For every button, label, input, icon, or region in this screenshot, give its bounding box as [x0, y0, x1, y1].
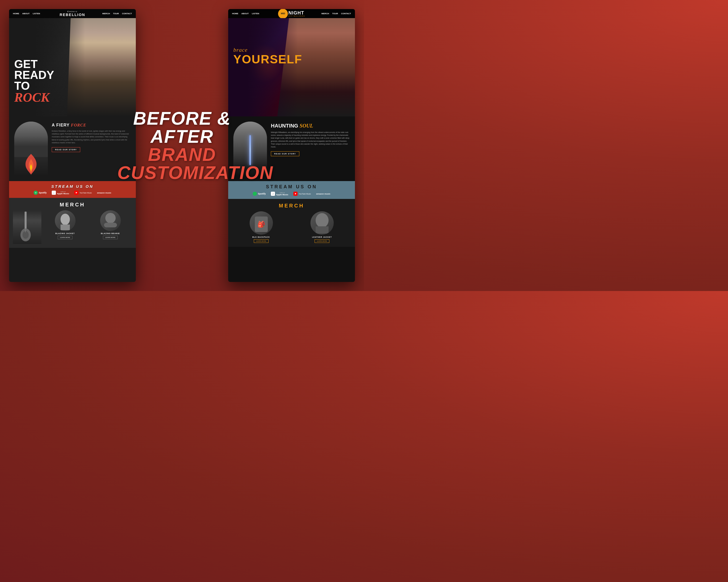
right-nav-listen[interactable]: LISTEN	[252, 12, 259, 15]
apple-music-icon: ♪	[52, 191, 56, 195]
right-apple-music-logo: ♪ Listen on Apple Music	[271, 192, 288, 196]
right-youtube-icon	[293, 192, 297, 196]
right-nav: HOME ABOUT LISTEN MID NIGHT RIFTWALKERS …	[228, 9, 355, 18]
right-merch-item-1: LEATHER JACKET LEARN MORE	[293, 211, 351, 243]
right-nav-home[interactable]: HOME	[232, 12, 238, 15]
right-mockup: HOME ABOUT LISTEN MID NIGHT RIFTWALKERS …	[228, 9, 355, 282]
left-merch-btn-1[interactable]: LEARN MORE	[103, 236, 118, 239]
left-nav-about[interactable]: ABOUT	[22, 12, 29, 15]
right-stream-title: STREAM US ON	[233, 184, 350, 190]
right-merch-grid: 🎒 BLK BACKPACK LEARN MORE LEATHER JACKET…	[232, 211, 351, 243]
right-hero-bg: brace YOURSELF	[228, 18, 355, 116]
right-amazon-logo: amazon music	[316, 193, 330, 195]
left-stream-section: STREAM US ON Spotify ♪ Listen on Apple M…	[9, 181, 136, 198]
left-merch-grid: BLAZING JACKET LEARN MORE BLAZING BEANIE…	[13, 210, 132, 244]
svg-marker-13	[295, 193, 296, 194]
right-logo-sub: RIFTWALKERS	[288, 15, 305, 17]
right-nav-tour[interactable]: TOUR	[332, 12, 338, 15]
left-about-image	[14, 122, 48, 176]
left-hero-bg: GET READY TO Rock	[9, 18, 136, 116]
left-logo-sub: Embers	[60, 10, 85, 13]
left-nav-contact[interactable]: CONTACT	[122, 12, 132, 15]
center-overlay: BEFORE & AFTER BRAND CUSTOMIZATION	[118, 109, 247, 182]
left-about-title: A FIERY FORCE	[52, 123, 131, 128]
right-merch-name-0: BLK BACKPACK	[232, 236, 290, 238]
left-about-text: A FIERY FORCE Embers Rebellion, a fiery …	[52, 122, 131, 176]
left-hero-rock: Rock	[14, 91, 54, 104]
left-merch-name-0: BLAZING JACKET	[44, 233, 87, 234]
left-merch-item-1: BLAZING BEANIE LEARN MORE	[89, 210, 132, 239]
left-merch-section: MERCH BLAZING JACK	[9, 198, 136, 248]
left-merch-circle-0	[55, 210, 76, 231]
right-nav-contact[interactable]: CONTACT	[341, 12, 351, 15]
right-spotify-label: Spotify	[258, 192, 266, 195]
spotify-label: Spotify	[39, 191, 47, 194]
left-nav-home[interactable]: HOME	[13, 12, 19, 15]
left-read-story-button[interactable]: READ OUR STORY	[52, 147, 80, 152]
left-mockup: HOME ABOUT LISTEN Embers REBELLION MERCH…	[9, 9, 136, 282]
flame-icon	[22, 153, 40, 176]
right-merch-circle-1	[310, 211, 334, 235]
left-merch-guitar-img	[13, 210, 42, 244]
left-merch-title: MERCH	[13, 202, 132, 208]
right-merch-title: MERCH	[232, 203, 351, 209]
left-stream-title: STREAM US ON	[14, 184, 131, 189]
svg-rect-10	[60, 224, 70, 230]
right-logo-circle: MID	[278, 9, 288, 19]
right-hero-yourself: YOURSELF	[233, 53, 302, 65]
svg-point-11	[105, 213, 115, 223]
right-nav-about[interactable]: ABOUT	[241, 12, 249, 15]
svg-rect-12	[104, 223, 117, 228]
spotify-logo: Spotify	[34, 191, 47, 195]
left-merch-btn-0[interactable]: LEARN MORE	[58, 236, 73, 239]
svg-text:🎒: 🎒	[257, 220, 265, 228]
youtube-icon	[74, 191, 78, 195]
svg-rect-17	[316, 226, 329, 234]
svg-point-9	[60, 214, 70, 225]
left-nav-merch[interactable]: MERCH	[102, 12, 110, 15]
right-about-title: HAUNTING SOUL	[271, 123, 350, 129]
left-merch-circle-1	[100, 210, 121, 231]
right-stream-icons: Spotify ♪ Listen on Apple Music YouTube …	[233, 192, 350, 196]
left-merch-guitar	[13, 210, 42, 244]
right-logo-mid: MID	[281, 12, 285, 15]
left-nav-listen[interactable]: LISTEN	[33, 12, 40, 15]
left-logo-main: REBELLION	[60, 13, 85, 17]
left-nav-links-left: HOME ABOUT LISTEN	[13, 12, 40, 15]
right-stream-section: STREAM US ON Spotify ♪ Listen on Apple M…	[228, 181, 355, 199]
right-about-title-accent: SOUL	[300, 123, 313, 129]
left-nav: HOME ABOUT LISTEN Embers REBELLION MERCH…	[9, 9, 136, 18]
left-hero-text: GET READY TO Rock	[14, 59, 54, 103]
left-nav-links-right: MERCH TOUR CONTACT	[102, 12, 132, 15]
right-hero-text: brace YOURSELF	[233, 47, 302, 65]
amazon-music-logo: amazon music	[97, 192, 111, 194]
right-nav-links-left: HOME ABOUT LISTEN	[232, 12, 259, 15]
right-read-story-button[interactable]: READ OUR STORY	[271, 151, 299, 156]
apple-music-logo: ♪ Listen on Apple Music	[52, 191, 69, 195]
left-logo: Embers REBELLION	[60, 10, 85, 17]
youtube-music-logo: YouTube Music	[74, 191, 92, 195]
right-hero: brace YOURSELF	[228, 18, 355, 116]
right-merch-name-1: LEATHER JACKET	[293, 236, 351, 238]
left-about-description: Embers Rebellion, a fiery force in the w…	[52, 130, 131, 144]
right-spotify-logo: Spotify	[253, 192, 266, 196]
right-merch-section: MERCH 🎒 BLK BACKPACK LEARN MORE LEATHER …	[228, 199, 355, 247]
right-merch-btn-1[interactable]: LEARN MORE	[315, 239, 330, 243]
svg-text:♪: ♪	[54, 192, 55, 194]
left-merch-name-1: BLAZING BEANIE	[89, 233, 132, 234]
right-apple-icon: ♪	[271, 192, 275, 196]
right-apple-music-text: Listen on Apple Music	[276, 192, 288, 196]
brand-text: BRAND	[118, 146, 247, 164]
right-merch-btn-0[interactable]: LEARN MORE	[254, 239, 269, 243]
left-nav-tour[interactable]: TOUR	[113, 12, 119, 15]
left-about-img-inner	[14, 122, 48, 157]
before-after-text: BEFORE & AFTER	[118, 109, 247, 146]
left-about-title-accent: FORCE	[71, 123, 86, 127]
right-about-text: HAUNTING SOUL Midnight Riftwalkers, an e…	[271, 122, 350, 176]
right-nav-merch[interactable]: MERCH	[321, 12, 329, 15]
left-hero: GET READY TO Rock	[9, 18, 136, 116]
right-merch-item-0: 🎒 BLK BACKPACK LEARN MORE	[232, 211, 290, 243]
right-about-description: Midnight Riftwalkers, an electrifying tr…	[271, 131, 350, 148]
left-merch-item-0: BLAZING JACKET LEARN MORE	[44, 210, 87, 239]
right-about-section: HAUNTING SOUL Midnight Riftwalkers, an e…	[228, 116, 355, 181]
